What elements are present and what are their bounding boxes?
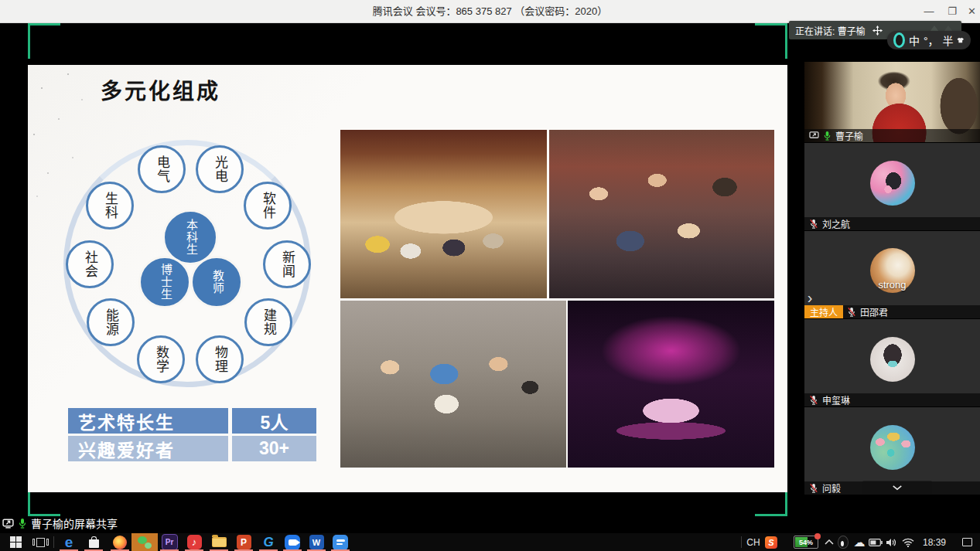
restore-button[interactable]: ❐ <box>941 0 964 22</box>
ime-width-mode: 半 <box>942 32 953 48</box>
battery-icon <box>869 539 883 546</box>
diagram-node-physics: 物理 <box>196 335 244 383</box>
taskbar-g-app[interactable]: G <box>258 533 278 551</box>
taskbar-divider <box>741 536 742 548</box>
tray-battery-widget[interactable]: 54% <box>790 533 821 551</box>
taskbar-netdisk-app[interactable] <box>330 533 351 551</box>
speaking-text: 正在讲话: 曹子榆 <box>795 24 866 37</box>
title-bar: 腾讯会议 会议号：865 375 827 （会议密码：2020） — ❐ ✕ <box>0 0 980 23</box>
taskbar-store[interactable] <box>84 533 104 551</box>
ime-skin-shirt-icon <box>957 36 965 45</box>
share-frame-corner-top-right <box>755 23 787 59</box>
screen-share-banner: 曹子榆的屏幕共享 <box>2 515 118 531</box>
photo-group-meeting-room <box>340 130 547 298</box>
store-icon <box>89 539 99 548</box>
action-center-button[interactable] <box>958 533 976 551</box>
tray-hidden-icons[interactable] <box>821 533 837 551</box>
diagram-node-bioscience: 生科 <box>86 182 134 230</box>
windows-logo-icon <box>10 536 22 548</box>
tray-language[interactable]: CH <box>744 533 763 551</box>
taskbar-powerpoint[interactable]: P <box>234 533 254 551</box>
wifi-icon <box>902 538 914 547</box>
share-frame-corner-top-left <box>28 23 60 59</box>
meeting-camera-icon <box>285 535 300 550</box>
mic-on-icon <box>18 518 27 529</box>
shared-screen-area: 多元化组成 电气 光电 软件 新闻 建规 物理 数学 能源 社会 生科 本科生 … <box>0 23 980 533</box>
ime-status-bar[interactable]: 中 °， 半 <box>887 31 971 49</box>
participant-tile-shenxl[interactable]: 申玺琳 <box>804 319 980 406</box>
clock-text: 18:39 <box>923 537 946 548</box>
edge-icon: e <box>65 534 73 551</box>
tray-clock[interactable]: 18:39 <box>919 533 950 551</box>
avatar <box>870 337 915 382</box>
participant-tile-wenyi[interactable]: 问毅 <box>804 407 980 495</box>
participant-tile-tiansj[interactable]: strong 主持人 田邵君 <box>804 231 980 318</box>
music-app-icon: ♪ <box>187 535 202 549</box>
participant-tile-caozy[interactable]: 曹子榆 <box>804 62 980 142</box>
participant-name: 问毅 <box>822 481 841 495</box>
diagram-node-optics: 光电 <box>196 145 244 193</box>
taskbar-meeting-app[interactable] <box>282 533 303 551</box>
table-row: 艺术特长生 5人 <box>68 408 316 434</box>
ime-punctuation: °， <box>924 32 939 48</box>
tray-volume[interactable] <box>883 533 900 551</box>
taskbar-divider <box>53 536 54 548</box>
move-icon[interactable] <box>872 25 883 36</box>
task-view-button[interactable] <box>29 533 51 551</box>
slide-title: 多元化组成 <box>101 74 220 105</box>
meeting-title: 腾讯会议 会议号：865 375 827 （会议密码：2020） <box>0 0 980 23</box>
language-indicator: CH <box>746 537 760 548</box>
ime-logo-icon <box>893 32 905 48</box>
diagram-node-math: 数学 <box>137 335 185 383</box>
avatar <box>870 425 915 470</box>
sidebar-collapse-arrow[interactable]: › <box>803 284 817 311</box>
ime-mode: 中 <box>909 32 920 48</box>
taskbar-firefox[interactable] <box>110 533 130 551</box>
cloud-icon: ☁ <box>854 536 866 549</box>
participant-name: 曹子榆 <box>835 129 863 142</box>
mic-muted-icon <box>809 395 818 405</box>
close-button[interactable]: ✕ <box>964 0 980 22</box>
taskbar: e Pr ♪ P G W CH S 54% ☁ 18:39 <box>0 533 980 551</box>
participants-sidebar: 曹子榆 刘之航 strong 主持人 田邵君 <box>804 23 980 533</box>
screen-share-icon <box>809 131 819 140</box>
taskbar-edge[interactable]: e <box>59 533 79 551</box>
tray-qq[interactable] <box>835 533 851 551</box>
action-center-icon <box>962 538 972 546</box>
tray-cloud-app[interactable]: ☁ <box>851 533 868 551</box>
word-icon: W <box>309 535 324 549</box>
tray-wifi[interactable] <box>899 533 917 551</box>
participant-name: 申玺琳 <box>822 393 850 406</box>
folder-icon <box>212 537 227 547</box>
tencent-meeting-window: 腾讯会议 会议号：865 375 827 （会议密码：2020） — ❐ ✕ 多… <box>0 0 980 551</box>
start-button[interactable] <box>3 533 28 551</box>
taskbar-word[interactable]: W <box>306 533 326 551</box>
mic-on-icon <box>823 131 831 141</box>
notification-dot <box>814 533 821 539</box>
speaker-icon <box>886 538 896 547</box>
mic-muted-icon <box>847 307 856 317</box>
table-cell-label: 艺术特长生 <box>68 408 228 434</box>
taskbar-wechat-active[interactable] <box>131 533 158 551</box>
photo-group-selfie-outdoor <box>340 301 566 468</box>
mic-muted-icon <box>809 219 818 229</box>
netdisk-waves-icon <box>333 535 348 550</box>
participant-tile-liuzh[interactable]: 刘之航 <box>804 143 980 230</box>
table-row: 兴趣爱好者 30+ <box>68 436 316 461</box>
penguin-icon <box>838 536 849 549</box>
table-cell-value: 30+ <box>232 436 316 461</box>
presentation-slide: 多元化组成 电气 光电 软件 新闻 建规 物理 数学 能源 社会 生科 本科生 … <box>28 65 787 492</box>
diagram-node-architecture: 建规 <box>244 298 292 346</box>
collapse-list-button[interactable] <box>862 481 932 495</box>
powerpoint-icon: P <box>237 535 251 549</box>
participant-label: 主持人 田邵君 <box>804 305 980 318</box>
minimize-button[interactable]: — <box>917 0 941 22</box>
diagram-node-energy: 能源 <box>87 298 135 346</box>
taskbar-file-explorer[interactable] <box>209 533 229 551</box>
avatar <box>870 161 915 206</box>
screen-share-icon <box>2 519 14 529</box>
taskbar-premiere[interactable]: Pr <box>159 533 179 551</box>
tray-sogou[interactable]: S <box>763 533 780 551</box>
participant-label: 曹子榆 <box>804 129 980 142</box>
taskbar-music-app[interactable]: ♪ <box>184 533 204 551</box>
